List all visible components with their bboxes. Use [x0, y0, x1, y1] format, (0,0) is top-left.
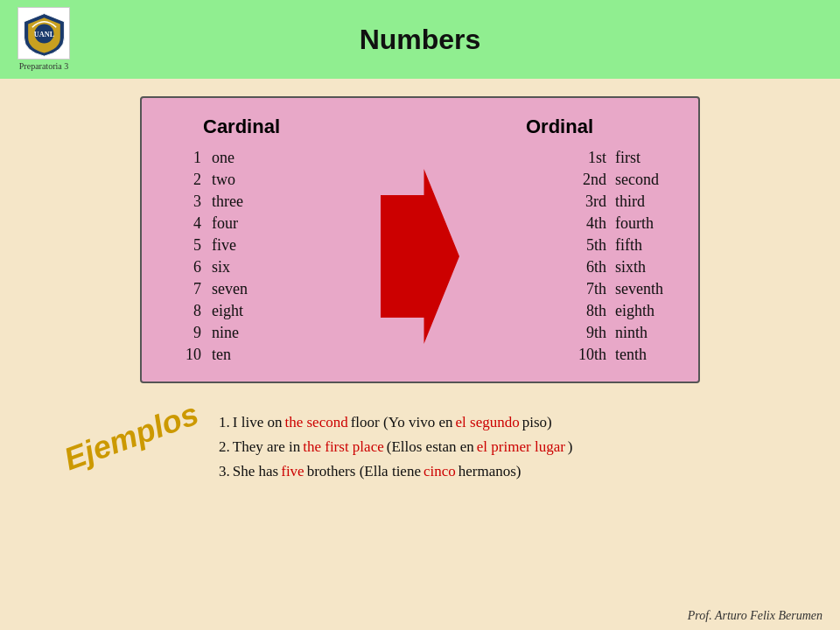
- logo-container: UANL Preparatoria 3: [18, 7, 70, 71]
- cardinal-number: 3: [177, 192, 201, 211]
- ordinal-number: 7th: [573, 280, 606, 298]
- cardinal-row: 4four: [177, 214, 248, 233]
- numbers-table-box: Cardinal Ordinal 1one2two3three4four5fiv…: [140, 96, 700, 383]
- arrow-container: [381, 169, 459, 344]
- cardinal-word: one: [212, 149, 234, 167]
- logo-image: UANL: [18, 7, 70, 60]
- cardinal-row: 10ten: [177, 346, 248, 364]
- cardinal-word: six: [212, 258, 230, 276]
- cardinal-word: ten: [212, 346, 231, 364]
- ordinal-row: 4thfourth: [573, 214, 663, 233]
- ordinal-number: 1st: [573, 149, 606, 167]
- ordinal-row: 5thfifth: [573, 236, 663, 255]
- normal-text: brothers (Ella tiene: [307, 463, 421, 480]
- ejemplos-label: Ejemplos: [60, 396, 204, 478]
- normal-text: hermanos): [458, 463, 522, 480]
- cardinal-number: 8: [177, 302, 201, 320]
- example-line: 2. They are in the first place (Ellos es…: [219, 438, 572, 456]
- cardinal-number: 2: [177, 171, 201, 189]
- normal-text: She has: [233, 463, 278, 480]
- normal-text: piso): [522, 414, 552, 431]
- ordinal-number: 9th: [573, 324, 606, 342]
- cardinal-word: eight: [212, 302, 243, 320]
- examples-section: Ejemplos 1. I live on the second floor (…: [61, 410, 788, 480]
- example-line: 3. She has five brothers (Ella tiene cin…: [219, 463, 572, 480]
- cardinal-number: 9: [177, 324, 201, 342]
- cardinal-row: 5five: [177, 236, 248, 255]
- ordinal-word: third: [615, 192, 645, 211]
- ordinal-number: 4th: [573, 214, 606, 233]
- example-number: 3.: [219, 463, 230, 480]
- main-content: Cardinal Ordinal 1one2two3three4four5fiv…: [0, 79, 840, 498]
- table-header: Cardinal Ordinal: [177, 116, 663, 138]
- cardinal-row: 7seven: [177, 280, 248, 298]
- highlight-text: el primer lugar: [477, 438, 565, 456]
- ordinal-number: 5th: [573, 236, 606, 255]
- highlight-text: five: [281, 463, 304, 480]
- ordinal-word: sixth: [615, 258, 646, 276]
- cardinal-number: 7: [177, 280, 201, 298]
- ordinal-word: second: [615, 171, 659, 189]
- cardinal-row: 1one: [177, 149, 248, 167]
- cardinal-column: 1one2two3three4four5five6six7seven8eight…: [177, 149, 248, 364]
- table-content: 1one2two3three4four5five6six7seven8eight…: [177, 149, 663, 364]
- examples-list: 1. I live on the second floor (Yo vivo e…: [219, 410, 572, 480]
- cardinal-number: 10: [177, 346, 201, 364]
- normal-text: ): [568, 438, 573, 456]
- ordinal-number: 8th: [573, 302, 606, 320]
- right-arrow-icon: [381, 169, 459, 344]
- cardinal-number: 1: [177, 149, 201, 167]
- ordinal-row: 7thseventh: [573, 280, 663, 298]
- normal-text: (Ellos estan en: [387, 438, 474, 456]
- ordinal-word: eighth: [615, 302, 654, 320]
- ordinal-number: 6th: [573, 258, 606, 276]
- ordinal-number: 10th: [573, 346, 606, 364]
- ordinal-number: 2nd: [573, 171, 606, 189]
- ordinal-row: 6thsixth: [573, 258, 663, 276]
- example-number: 1.: [219, 414, 230, 431]
- ordinal-row: 10thtenth: [573, 346, 663, 364]
- ordinal-number: 3rd: [573, 192, 606, 211]
- normal-text: I live on: [233, 414, 283, 431]
- ordinal-row: 3rdthird: [573, 192, 663, 211]
- highlight-text: the second: [284, 414, 347, 431]
- normal-text: floor (Yo vivo en: [351, 414, 453, 431]
- cardinal-word: three: [212, 192, 243, 211]
- ordinal-column: 1stfirst2ndsecond3rdthird4thfourth5thfif…: [573, 149, 663, 364]
- example-line: 1. I live on the second floor (Yo vivo e…: [219, 414, 572, 431]
- cardinal-header: Cardinal: [203, 116, 280, 138]
- cardinal-row: 8eight: [177, 302, 248, 320]
- cardinal-number: 5: [177, 236, 201, 255]
- ordinal-row: 1stfirst: [573, 149, 663, 167]
- cardinal-row: 6six: [177, 258, 248, 276]
- cardinal-word: seven: [212, 280, 248, 298]
- cardinal-number: 4: [177, 214, 201, 233]
- ordinal-word: ninth: [615, 324, 648, 342]
- ordinal-header: Ordinal: [526, 116, 593, 138]
- ordinal-word: tenth: [615, 346, 647, 364]
- highlight-text: the first place: [303, 438, 384, 456]
- example-number: 2.: [219, 438, 230, 456]
- ordinal-row: 8theighth: [573, 302, 663, 320]
- footer-text: Prof. Arturo Felix Berumen: [688, 609, 822, 622]
- ordinal-word: first: [615, 149, 640, 167]
- cardinal-number: 6: [177, 258, 201, 276]
- cardinal-word: four: [212, 214, 238, 233]
- cardinal-row: 9nine: [177, 324, 248, 342]
- header: UANL Preparatoria 3 Numbers: [0, 0, 840, 79]
- cardinal-word: two: [212, 171, 235, 189]
- svg-text:UANL: UANL: [33, 31, 54, 38]
- ordinal-row: 2ndsecond: [573, 171, 663, 189]
- cardinal-row: 3three: [177, 192, 248, 211]
- logo-text: Preparatoria 3: [19, 61, 68, 71]
- normal-text: They are in: [233, 438, 300, 456]
- ordinal-word: fourth: [615, 214, 654, 233]
- page-title: Numbers: [360, 24, 481, 56]
- footer: Prof. Arturo Felix Berumen: [688, 609, 822, 623]
- cardinal-row: 2two: [177, 171, 248, 189]
- ordinal-word: fifth: [615, 236, 642, 255]
- ordinal-word: seventh: [615, 280, 663, 298]
- highlight-text: cinco: [424, 463, 456, 480]
- highlight-text: el segundo: [456, 414, 520, 431]
- ordinal-row: 9thninth: [573, 324, 663, 342]
